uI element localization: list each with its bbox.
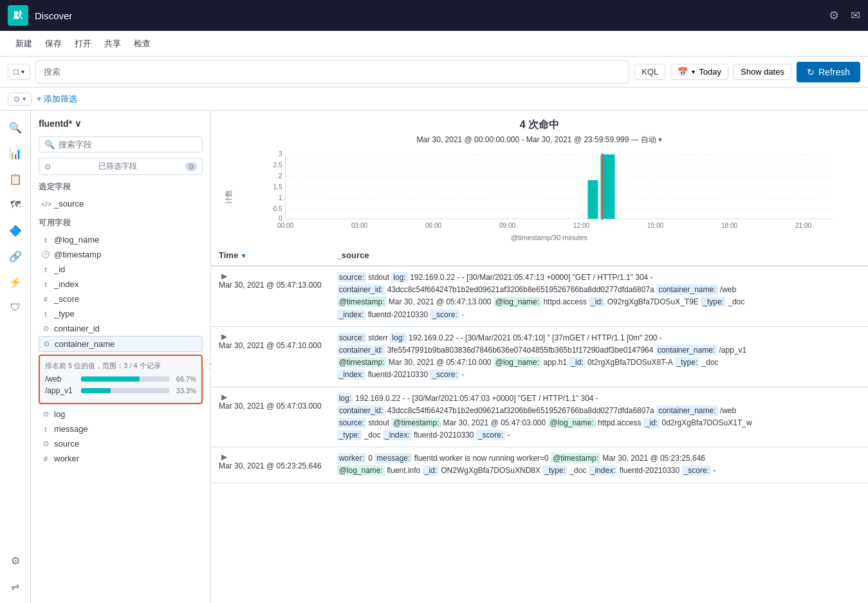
bar-row-web: /web 66.7%	[45, 375, 196, 384]
settings-icon[interactable]: ⚙	[829, 8, 839, 23]
field-item-log-name[interactable]: t @log_name	[39, 232, 203, 247]
source-key-2: source: stderr log: 192.169.0.22 - - [30…	[337, 333, 747, 380]
table-row: ▶ Mar 30, 2021 @ 05:47:10.000 source: st…	[211, 326, 868, 387]
nav-icon-graph[interactable]: 🔗	[4, 245, 27, 268]
field-item-container-id[interactable]: ⊙ container_id	[39, 321, 203, 336]
nav-icon-discover[interactable]: 🔍	[4, 116, 27, 139]
score-field-name: _score	[54, 294, 200, 304]
source-field-name2: source	[54, 439, 200, 449]
chart-title: 4 次命中	[211, 118, 868, 132]
svg-text:03:00: 03:00	[351, 222, 367, 229]
nav-icon-visualize[interactable]: 📊	[4, 142, 27, 165]
worker-field-name: worker	[54, 454, 200, 463]
new-button[interactable]: 新建	[10, 35, 37, 52]
search-input[interactable]	[35, 60, 629, 84]
chart-wrapper: 计数 3 2.5	[211, 148, 868, 245]
log-name-type-icon: t	[41, 236, 50, 244]
field-item-container-name[interactable]: ⊙ container_name	[39, 336, 203, 352]
add-filter-button[interactable]: + 添加筛选	[37, 93, 77, 105]
bar-track-appv1	[81, 388, 169, 393]
mail-icon[interactable]: ✉	[851, 8, 860, 23]
date-chevron-icon: ▾	[692, 68, 695, 75]
time-cell-2: ▶ Mar 30, 2021 @ 05:47:10.000	[211, 326, 329, 387]
filter-icon-button[interactable]: ⊙ ▾	[8, 93, 32, 106]
source-cell-1: source: stdout log: 192.169.0.22 - - [30…	[329, 266, 868, 326]
index-field-name: _index	[54, 279, 200, 289]
field-search-box: 🔍	[39, 136, 203, 153]
sidebar: ◀ fluentd* ∨ 🔍 ⊙ 已筛选字段 0 选定字段 </> _sourc…	[31, 111, 211, 603]
svg-text:06:00: 06:00	[425, 222, 441, 229]
share-button[interactable]: 共享	[99, 35, 126, 52]
id-field-name: _id	[54, 264, 200, 274]
topbar: 默 Discover ⚙ ✉	[0, 0, 868, 31]
bar-label-web: /web	[45, 375, 77, 384]
field-item-index[interactable]: t _index	[39, 277, 203, 292]
bar-row-appv1: /app_v1 33.3%	[45, 386, 196, 395]
field-item-type[interactable]: t _type	[39, 306, 203, 321]
field-item-worker[interactable]: # worker	[39, 451, 203, 466]
nav-icon-ml[interactable]: 🔷	[4, 219, 27, 242]
save-button[interactable]: 保存	[40, 35, 67, 52]
field-item-log[interactable]: ⊙ log	[39, 407, 203, 422]
index-pattern-header[interactable]: fluentd* ∨	[39, 118, 203, 129]
index-pattern-button[interactable]: □ ▾	[8, 64, 30, 80]
log-type-icon: ⊙	[41, 410, 50, 418]
refresh-button[interactable]: ↻ Refresh	[797, 62, 860, 82]
sidebar-collapse-button[interactable]: ◀	[205, 357, 211, 370]
field-item-source[interactable]: ⊙ source	[39, 436, 203, 451]
kql-button[interactable]: KQL	[634, 64, 665, 80]
message-type-icon: t	[41, 425, 50, 433]
inspect-button[interactable]: 检查	[129, 35, 156, 52]
field-detail-box: 排名前 5 位的值，范围：3 / 4 个记录 /web 66.7% /app_v…	[39, 355, 203, 404]
expand-button-3[interactable]: ▶	[219, 393, 230, 402]
svg-text:2.5: 2.5	[273, 162, 282, 169]
selected-field-source[interactable]: </> _source	[39, 196, 203, 211]
chart-bar-small	[588, 180, 598, 219]
log-field-name: log	[54, 409, 200, 419]
bar-label-appv1: /app_v1	[45, 386, 77, 395]
search-icon: 🔍	[44, 140, 55, 149]
expand-button-4[interactable]: ▶	[219, 452, 230, 461]
chart-auto-icon[interactable]: ▾	[658, 135, 662, 144]
table-row: ▶ Mar 30, 2021 @ 05:47:13.000 source: st…	[211, 266, 868, 326]
date-picker-button[interactable]: 📅 ▾ Today	[670, 64, 728, 80]
time-value-2: Mar 30, 2021 @ 05:47:10.000	[219, 341, 322, 350]
source-key-1: source: stdout log: 192.169.0.22 - - [30…	[337, 272, 745, 320]
expand-button-1[interactable]: ▶	[219, 272, 230, 281]
results-table: Time ▼ _source ▶ Mar 30, 2021 @ 05:47:13…	[211, 245, 868, 483]
table-row: ▶ Mar 30, 2021 @ 05:47:03.000 log: 192.1…	[211, 387, 868, 447]
index-type-icon: t	[41, 281, 50, 288]
field-item-message[interactable]: t message	[39, 422, 203, 436]
show-dates-button[interactable]: Show dates	[734, 64, 791, 80]
nav-icon-collapse[interactable]: ⇌	[4, 575, 27, 598]
nav-icon-apm[interactable]: ⚡	[4, 270, 27, 293]
filtered-fields-label: 已筛选字段	[98, 161, 137, 172]
bar-pct-web: 66.7%	[173, 375, 196, 383]
nav-icon-settings[interactable]: ⚙	[4, 549, 27, 572]
expand-button-2[interactable]: ▶	[219, 332, 230, 341]
main-layout: 🔍 📊 📋 🗺 🔷 🔗 ⚡ 🛡 ⚙ ⇌ ◀ fluentd* ∨ 🔍 ⊙ 已筛选…	[0, 111, 868, 603]
id-type-icon: t	[41, 266, 50, 274]
worker-type-icon: #	[41, 455, 50, 463]
open-button[interactable]: 打开	[69, 35, 97, 52]
field-search-input[interactable]	[59, 140, 197, 149]
chart-subtitle: Mar 30, 2021 @ 00:00:00.000 - Mar 30, 20…	[211, 135, 868, 145]
svg-text:3: 3	[279, 151, 282, 158]
chart-svg: 3 2.5 2 1.5 1 0.5 0 00:00 03:00 06:00 09…	[238, 148, 860, 232]
nav-icon-maps[interactable]: 🗺	[4, 193, 27, 216]
field-item-id[interactable]: t _id	[39, 262, 203, 277]
field-item-timestamp[interactable]: 🕐 @timestamp	[39, 247, 203, 262]
filtered-fields-count: 0	[185, 162, 197, 171]
app-title: Discover	[35, 10, 72, 21]
source-type-icon2: ⊙	[41, 440, 50, 448]
filtered-fields-row[interactable]: ⊙ 已筛选字段 0	[39, 158, 203, 175]
chart-date-range: Mar 30, 2021 @ 00:00:00.000 - Mar 30, 20…	[417, 135, 657, 144]
time-value-3: Mar 30, 2021 @ 05:47:03.000	[219, 402, 322, 411]
nav-icon-dashboard[interactable]: 📋	[4, 167, 27, 190]
filter-bar: ⊙ ▾ + 添加筛选	[0, 88, 868, 111]
col-header-time[interactable]: Time ▼	[211, 245, 329, 266]
field-item-score[interactable]: # _score	[39, 292, 203, 306]
nav-icon-siem[interactable]: 🛡	[4, 296, 27, 319]
time-cell-1: ▶ Mar 30, 2021 @ 05:47:13.000	[211, 266, 329, 326]
type-type-icon: t	[41, 310, 50, 318]
